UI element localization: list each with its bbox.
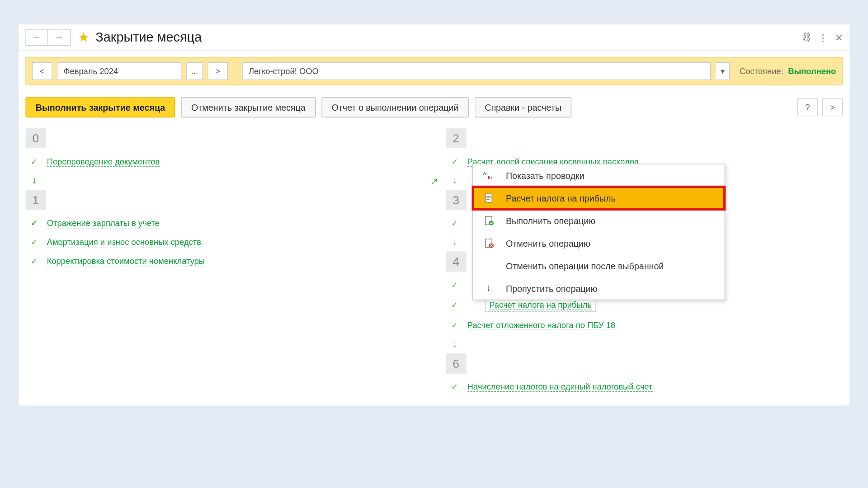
svg-rect-5 [486, 199, 490, 200]
period-picker-button[interactable]: ... [186, 62, 203, 80]
arrow-down-icon: ↓ [449, 175, 460, 186]
ctx-item-label: Показать проводки [506, 170, 585, 180]
context-menu: AтКт Показать проводки Расчет налога на … [472, 164, 725, 300]
page-title: Закрытие месяца [95, 30, 202, 45]
filter-strip: < Февраль 2024 ... > Легко-строй! ООО ▾ … [25, 57, 842, 85]
svg-text:Кт: Кт [487, 175, 492, 179]
check-icon: ✓ [29, 218, 40, 228]
op-row: ✓ Перепроведение документов [25, 152, 422, 171]
ctx-show-entries[interactable]: AтКт Показать проводки [472, 164, 724, 187]
check-icon: ✓ [449, 320, 460, 330]
period-next-button[interactable]: > [208, 62, 228, 80]
arrow-down-icon: ↓ [449, 338, 460, 349]
blank-icon [482, 260, 495, 271]
filter-bar: < Февраль 2024 ... > Легко-строй! ООО ▾ … [19, 51, 850, 91]
run-close-month-button[interactable]: Выполнить закрытие месяца [25, 97, 175, 117]
op-depreciation[interactable]: Амортизация и износ основных средств [47, 237, 201, 247]
nav-forward-button[interactable]: → [48, 29, 71, 46]
ctx-skip-operation[interactable]: ↓ Пропустить операцию [472, 277, 724, 300]
skip-arrow-icon: ↓ [482, 283, 495, 294]
nav-back-button[interactable]: ← [25, 29, 48, 46]
check-icon: ✓ [449, 157, 460, 166]
ctx-item-label: Отменить операцию [506, 238, 590, 248]
ctx-run-operation[interactable]: Выполнить операцию [472, 209, 724, 232]
right-column: ↗ 2 ✓ Расчет долей списания косвенных ра… [446, 128, 842, 396]
references-button[interactable]: Справки - расчеты [475, 97, 571, 117]
period-prev-button[interactable]: < [32, 62, 52, 80]
check-icon: ✓ [449, 280, 460, 290]
op-row: ✓ Амортизация и износ основных средств [25, 233, 422, 252]
op-row: ✓ Расчет отложенного налога по ПБУ 18 [446, 315, 842, 334]
op-row: ✓ Начисление налогов на единый налоговый… [446, 377, 842, 396]
step-3-badge: 3 [446, 190, 466, 210]
ctx-item-label: Пропустить операцию [506, 283, 597, 293]
step-2-badge: 2 [446, 128, 466, 149]
check-icon: ✓ [449, 300, 460, 310]
arrow-down-icon: ↓ [29, 175, 40, 186]
status-value: Выполнено [788, 66, 836, 76]
link-icon[interactable]: ⛓ [802, 32, 811, 43]
arrow-down-icon: ↓ [449, 237, 460, 248]
check-icon: ✓ [449, 382, 460, 391]
operations-report-button[interactable]: Отчет о выполнении операций [321, 97, 469, 117]
ctx-item-label: Расчет налога на прибыль [506, 193, 616, 203]
op-repost-documents[interactable]: Перепроведение документов [47, 156, 160, 166]
left-column: 0 ✓ Перепроведение документов ↓ 1 ✓ Отра… [25, 128, 422, 396]
document-icon [482, 193, 495, 204]
check-icon: ✓ [29, 157, 40, 166]
ctx-cancel-after[interactable]: Отменить операции после выбранной [472, 254, 724, 277]
favorite-star-icon[interactable]: ★ [78, 30, 90, 45]
op-row: ✓ Отражение зарплаты в учете [25, 214, 422, 233]
ctx-profit-tax[interactable]: Расчет налога на прибыль [472, 187, 724, 209]
ctx-cancel-operation[interactable]: Отменить операцию [472, 232, 724, 254]
check-icon: ✓ [449, 218, 460, 228]
svg-rect-4 [486, 197, 491, 198]
step-4-badge: 4 [446, 252, 466, 272]
cancel-close-month-button[interactable]: Отменить закрытие месяца [181, 97, 316, 117]
svg-rect-3 [486, 196, 491, 197]
step-6-badge: 6 [446, 353, 466, 374]
entries-dtct-icon: AтКт [482, 170, 495, 181]
step-1-badge: 1 [25, 190, 46, 210]
organization-dropdown-button[interactable]: ▾ [716, 62, 730, 80]
op-profit-tax[interactable]: Расчет налога на прибыль [489, 300, 592, 310]
period-field[interactable]: Февраль 2024 [57, 62, 182, 80]
organization-field[interactable]: Легко-строй! ООО [242, 62, 711, 80]
op-salary-reflection[interactable]: Отражение зарплаты в учете [47, 218, 160, 228]
ctx-item-label: Выполнить операцию [506, 216, 595, 225]
cancel-op-icon [482, 238, 495, 249]
check-icon: ✓ [29, 256, 40, 266]
run-op-icon [482, 215, 495, 226]
op-unified-tax[interactable]: Начисление налогов на единый налоговый с… [467, 382, 653, 392]
op-row: ✓ Корректировка стоимости номенклатуры [25, 252, 422, 271]
step-0-badge: 0 [25, 128, 46, 149]
kebab-menu-icon[interactable]: ⋮ [818, 32, 828, 43]
titlebar: ← → ★ Закрытие месяца ⛓ ⋮ ✕ [19, 24, 850, 51]
operations-body: 0 ✓ Перепроведение документов ↓ 1 ✓ Отра… [19, 126, 850, 406]
op-cost-correction[interactable]: Корректировка стоимости номенклатуры [47, 256, 205, 266]
op-deferred-tax-pbu18[interactable]: Расчет отложенного налога по ПБУ 18 [467, 320, 615, 330]
more-actions-button[interactable]: > [822, 99, 843, 116]
close-icon[interactable]: ✕ [835, 32, 843, 43]
jump-arrow-icon: ↗ [430, 176, 438, 187]
actions-bar: Выполнить закрытие месяца Отменить закры… [19, 91, 850, 126]
help-button[interactable]: ? [797, 99, 818, 116]
ctx-item-label: Отменить операции после выбранной [506, 261, 664, 271]
status-label: Состояние: [740, 66, 783, 76]
check-icon: ✓ [29, 237, 40, 247]
month-close-window: ← → ★ Закрытие месяца ⛓ ⋮ ✕ < Февраль 20… [18, 24, 850, 407]
